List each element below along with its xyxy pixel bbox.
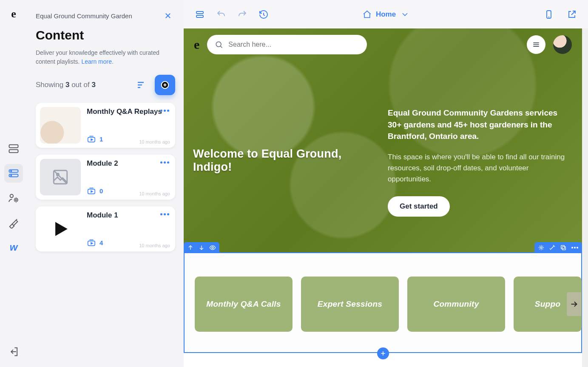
preview-canvas: e Welcome to Equal Ground, Indigo! Equal… [184, 28, 582, 367]
mobile-preview-button[interactable] [540, 6, 557, 23]
sort-button[interactable] [133, 76, 150, 93]
mobile-icon [544, 9, 554, 20]
svg-point-4 [11, 171, 11, 172]
nav-dashboard-icon[interactable] [4, 139, 23, 158]
open-external-button[interactable] [563, 6, 580, 23]
card-timestamp: 10 months ago [139, 191, 170, 196]
section-toolbar-left [184, 242, 219, 253]
card-more-button[interactable] [159, 108, 171, 113]
content-card[interactable]: Monthly Q&A Replays 1 10 months ago [36, 103, 175, 148]
site-search[interactable] [207, 35, 367, 54]
selected-section[interactable]: Monthly Q&A Calls Expert Sessions Commun… [184, 252, 582, 353]
canvas-topbar: Home [184, 0, 588, 28]
card-more-button[interactable] [159, 212, 171, 217]
svg-rect-15 [196, 15, 203, 17]
content-card[interactable]: Module 1 4 10 months ago [36, 206, 175, 251]
nav-content-icon[interactable] [4, 164, 23, 183]
nav-w-icon[interactable]: w [4, 238, 23, 257]
card-timestamp: 10 months ago [139, 139, 170, 144]
undo-button[interactable] [213, 6, 230, 23]
section-more-button[interactable] [571, 247, 579, 248]
card-count: 4 [99, 239, 103, 246]
history-icon [258, 9, 269, 20]
playlist-icon [87, 186, 96, 195]
card-count: 0 [99, 187, 103, 195]
external-link-icon [567, 9, 577, 20]
section-toolbar-right [534, 242, 582, 253]
arrow-up-icon [187, 244, 194, 251]
svg-point-18 [212, 247, 213, 248]
redo-button[interactable] [234, 6, 251, 23]
plus-icon [160, 80, 170, 90]
get-started-button[interactable]: Get started [388, 196, 450, 217]
close-icon [164, 12, 172, 20]
hero-section: e Welcome to Equal Ground, Indigo! Equal… [184, 28, 582, 252]
tiles-next-button[interactable] [567, 292, 581, 316]
card-count: 1 [99, 136, 103, 143]
history-button[interactable] [255, 6, 272, 23]
panel-description: Deliver your knowledge effectively with … [36, 48, 175, 66]
showing-count: Showing 3 out of 3 [36, 81, 96, 89]
user-avatar[interactable] [553, 35, 572, 54]
search-input[interactable] [228, 41, 359, 48]
hero-welcome: Welcome to Equal Ground, Indigo! [193, 147, 376, 174]
tile[interactable]: Monthly Q&A Calls [195, 277, 293, 332]
tile[interactable]: Community [407, 277, 505, 332]
section-settings-button[interactable] [538, 244, 545, 251]
project-name: Equal Ground Community Garden [36, 12, 132, 20]
nav-people-settings-icon[interactable] [4, 189, 23, 207]
card-thumbnail [40, 211, 81, 247]
svg-point-17 [216, 42, 222, 47]
playlist-icon [87, 238, 96, 247]
card-thumbnail [40, 159, 81, 195]
app-iconbar: e w [0, 0, 27, 367]
tile[interactable]: Expert Sessions [301, 277, 399, 332]
move-up-button[interactable] [187, 244, 194, 251]
arrow-down-icon [198, 244, 205, 251]
svg-rect-1 [9, 150, 18, 152]
eye-icon [209, 244, 216, 251]
site-logo: e [194, 37, 199, 52]
copy-icon [560, 244, 567, 251]
svg-rect-0 [9, 145, 18, 148]
svg-point-5 [11, 175, 11, 176]
section-style-button[interactable] [549, 244, 556, 251]
panel-heading: Content [36, 28, 175, 42]
content-card[interactable]: Module 2 0 10 months ago [36, 155, 175, 200]
home-icon [362, 10, 372, 19]
learn-more-link[interactable]: Learn more. [81, 58, 113, 65]
tile-row: Monthly Q&A Calls Expert Sessions Commun… [195, 277, 582, 332]
image-placeholder-icon [51, 168, 69, 186]
redo-icon [237, 9, 247, 20]
plus-icon [380, 350, 386, 357]
card-timestamp: 10 months ago [139, 243, 170, 248]
hero-body: This space is where you'll be able to fi… [388, 152, 566, 185]
hero-copy: Equal Ground Community Gardens services … [388, 107, 566, 217]
section-duplicate-button[interactable] [560, 244, 567, 251]
content-sidepanel: Equal Ground Community Garden Content De… [27, 0, 184, 367]
playlist-icon [87, 134, 96, 144]
rows-icon [195, 9, 205, 20]
move-down-button[interactable] [198, 244, 205, 251]
play-icon [51, 220, 69, 238]
close-panel-button[interactable] [161, 8, 175, 23]
add-section-button[interactable] [377, 347, 389, 359]
sort-icon [136, 80, 146, 90]
site-menu-button[interactable] [527, 35, 545, 54]
nav-exit-icon[interactable] [4, 342, 23, 361]
svg-point-6 [10, 195, 13, 198]
add-content-button[interactable] [155, 75, 175, 95]
page-selector[interactable]: Home [362, 10, 409, 19]
svg-rect-14 [196, 11, 203, 14]
nav-design-icon[interactable] [4, 213, 23, 232]
layout-toggle-button[interactable] [191, 6, 208, 23]
svg-point-7 [15, 199, 17, 201]
svg-rect-20 [562, 246, 565, 250]
hero-headline: Equal Ground Community Gardens services … [388, 107, 566, 142]
arrow-right-icon [569, 299, 579, 309]
chevron-down-icon [400, 10, 409, 19]
visibility-button[interactable] [209, 244, 216, 251]
card-more-button[interactable] [159, 160, 171, 165]
search-icon [215, 40, 223, 49]
gear-icon [538, 244, 545, 251]
